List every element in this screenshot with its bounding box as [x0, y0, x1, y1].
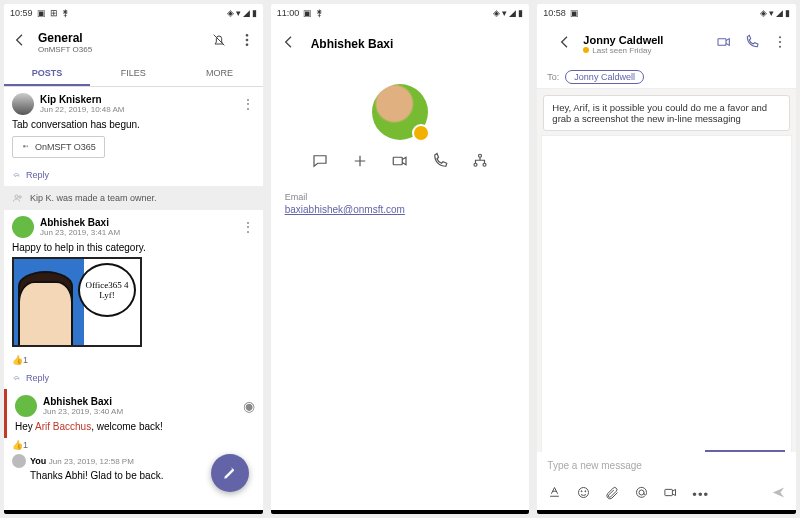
- post[interactable]: Abhishek Baxi Jun 23, 2019, 3:41 AM ⋮ Ha…: [4, 210, 263, 353]
- reply-button[interactable]: Reply: [4, 164, 263, 186]
- avatar[interactable]: [15, 395, 37, 417]
- post-overflow-icon[interactable]: ⋮: [241, 100, 255, 108]
- status-notif-icon: ▣: [303, 8, 312, 18]
- phone-contact-view: 11:00 ▣ ⚵ ◈ ▾ ◢ ▮ Abhishek Baxi Email ba…: [271, 4, 530, 514]
- avatar: [12, 454, 26, 468]
- posts-feed[interactable]: Kip Kniskern Jun 22, 2019, 10:48 AM ⋮ Ta…: [4, 87, 263, 510]
- svg-point-12: [779, 36, 781, 38]
- status-bar: 11:00 ▣ ⚵ ◈ ▾ ◢ ▮: [271, 4, 530, 22]
- audio-call-icon[interactable]: [431, 152, 449, 174]
- post-author: Abhishek Baxi: [43, 396, 123, 407]
- svg-point-9: [474, 163, 477, 166]
- notifications-off-icon[interactable]: [211, 32, 227, 52]
- status-bar: 10:58 ▣ ◈ ▾ ◢ ▮: [537, 4, 796, 22]
- post-author: You: [30, 456, 46, 466]
- more-icon[interactable]: •••: [692, 487, 709, 502]
- nav-bar-area: [537, 510, 796, 514]
- to-row: To: Jonny Caldwell: [537, 66, 796, 89]
- back-icon[interactable]: [545, 34, 573, 54]
- tab-chip[interactable]: OnMSFT O365: [12, 136, 105, 158]
- svg-point-4: [26, 145, 28, 147]
- status-nfc-icon: ◈: [493, 8, 500, 18]
- email-label: Email: [285, 192, 516, 202]
- svg-point-13: [779, 41, 781, 43]
- avatar[interactable]: [12, 93, 34, 115]
- post-text-post: , welcome back!: [91, 421, 163, 432]
- post-time: Jun 23, 2019, 12:58 PM: [49, 457, 134, 466]
- chat-header: Jonny Caldwell Last seen Friday: [537, 22, 796, 66]
- org-chart-icon[interactable]: [471, 152, 489, 174]
- status-notif-icon: ▣: [570, 8, 579, 18]
- tab-files[interactable]: FILES: [90, 62, 176, 86]
- mention[interactable]: Arif Bacchus: [35, 421, 91, 432]
- reaction-count[interactable]: 👍1: [4, 353, 263, 367]
- status-bar: 10:59 ▣ ⊞ ⚵ ◈ ▾ ◢ ▮: [4, 4, 263, 22]
- post[interactable]: Abhishek Baxi Jun 23, 2019, 3:40 AM ◉ He…: [4, 389, 263, 438]
- email-link[interactable]: baxiabhishek@onmsft.com: [285, 204, 516, 215]
- svg-point-10: [483, 163, 486, 166]
- tab-posts[interactable]: POSTS: [4, 62, 90, 86]
- video-call-icon[interactable]: [704, 34, 732, 54]
- contact-avatar[interactable]: [372, 84, 428, 140]
- status-signal-icon: ◢: [243, 8, 250, 18]
- svg-rect-7: [393, 157, 402, 165]
- svg-rect-19: [665, 489, 673, 495]
- overflow-icon[interactable]: [239, 32, 255, 52]
- svg-point-17: [585, 491, 586, 492]
- audio-call-icon[interactable]: [732, 34, 760, 54]
- post-seen-icon: ◉: [243, 402, 255, 410]
- back-icon[interactable]: [281, 34, 297, 54]
- send-icon[interactable]: [771, 485, 786, 504]
- nav-bar-area: [271, 510, 530, 514]
- emoji-icon[interactable]: [576, 485, 591, 504]
- post-text: Tab conversation has begun.: [12, 119, 255, 130]
- overflow-icon[interactable]: [760, 34, 788, 54]
- contact-header: Abhishek Baxi: [271, 22, 530, 66]
- format-icon[interactable]: [547, 485, 562, 504]
- post-text: Happy to help in this category.: [12, 242, 255, 253]
- system-message: Kip K. was made a team owner.: [4, 186, 263, 210]
- status-app-icon: ⊞: [50, 8, 58, 18]
- contact-actions: [271, 146, 530, 186]
- avatar[interactable]: [12, 216, 34, 238]
- chat-contact-name: Jonny Caldwell: [583, 34, 704, 46]
- status-battery-icon: ▮: [252, 8, 257, 18]
- svg-point-1: [246, 39, 248, 41]
- tab-more[interactable]: MORE: [176, 62, 262, 86]
- svg-point-6: [19, 196, 22, 199]
- compose-input[interactable]: Type a new message: [537, 452, 796, 479]
- status-time: 10:59: [10, 8, 33, 18]
- channel-header: General OnMSFT O365: [4, 22, 263, 62]
- status-time: 10:58: [543, 8, 566, 18]
- reaction-count[interactable]: 👍1: [4, 438, 263, 452]
- compose-fab[interactable]: [211, 454, 249, 492]
- status-wifi-icon: ▾: [502, 8, 507, 18]
- message-bubble[interactable]: Hey, Arif, is it possible you could do m…: [543, 95, 790, 131]
- status-nfc-icon: ◈: [227, 8, 234, 18]
- reply-button[interactable]: Reply: [4, 367, 263, 389]
- status-wifi-icon: ▾: [236, 8, 241, 18]
- meeting-icon[interactable]: [663, 485, 678, 504]
- video-call-icon[interactable]: [391, 152, 409, 174]
- add-icon[interactable]: [351, 152, 369, 174]
- phone-chat-view: 10:58 ▣ ◈ ▾ ◢ ▮ Jonny Caldwell Last seen…: [537, 4, 796, 514]
- mention-icon[interactable]: [634, 485, 649, 504]
- attach-icon[interactable]: [605, 485, 620, 504]
- team-icon: [21, 142, 31, 152]
- compose-area[interactable]: [541, 135, 792, 452]
- svg-point-16: [581, 491, 582, 492]
- chat-icon[interactable]: [311, 152, 329, 174]
- reply-label: Reply: [26, 373, 49, 383]
- sticker-image[interactable]: Office365 4 Lyf!: [12, 257, 142, 347]
- system-message-text: Kip K. was made a team owner.: [30, 193, 157, 203]
- tab-chip-label: OnMSFT O365: [35, 142, 96, 152]
- svg-point-5: [15, 195, 18, 198]
- channel-title: General: [38, 31, 199, 45]
- post[interactable]: Kip Kniskern Jun 22, 2019, 10:48 AM ⋮ Ta…: [4, 87, 263, 164]
- back-icon[interactable]: [12, 32, 28, 52]
- svg-point-3: [23, 145, 26, 148]
- post-overflow-icon[interactable]: ⋮: [241, 223, 255, 231]
- svg-point-2: [246, 44, 248, 46]
- channel-subtitle: OnMSFT O365: [38, 45, 199, 54]
- to-chip[interactable]: Jonny Caldwell: [565, 70, 644, 84]
